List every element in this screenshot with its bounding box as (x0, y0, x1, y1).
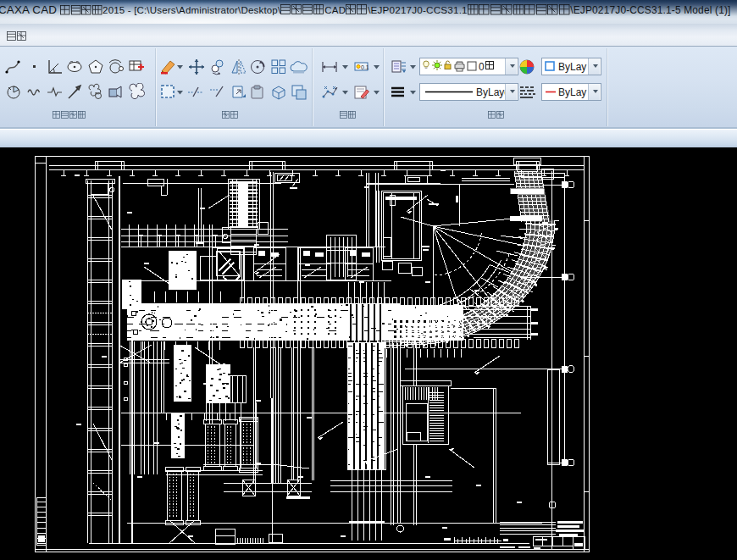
svg-text:0.1: 0.1 (361, 64, 369, 70)
